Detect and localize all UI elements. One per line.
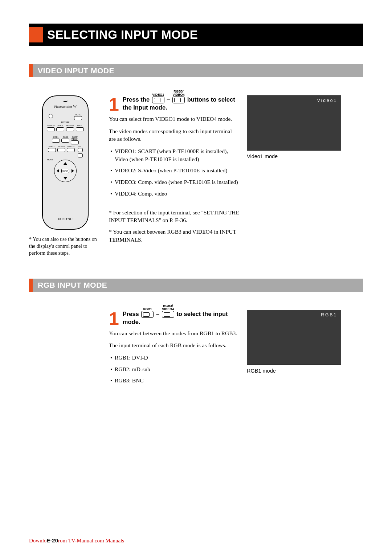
remote-footnote: * You can also use the buttons on the di… <box>29 236 102 257</box>
list-item: RGB3: BNC <box>110 377 240 385</box>
remote-illustration: Plasmavision W MUTE PICTURE DISPLAY MODE… <box>42 95 89 230</box>
section-heading-video-text: VIDEO INPUT MODE <box>38 66 114 75</box>
section-heading-video: VIDEO INPUT MODE <box>29 64 363 77</box>
power-icon <box>49 114 53 118</box>
screen-osd-text: Video1 <box>317 98 337 103</box>
screen-preview-video: Video1 <box>247 95 341 151</box>
step-heading-rgb: Press RGB1 – RGB3/ VIDEO4 to select the … <box>109 310 240 326</box>
rgb3-video4-key-icon <box>172 97 185 103</box>
list-item: VIDEO2: S-Video (when P-TE1010E is insta… <box>110 167 240 175</box>
manual-download-link[interactable]: DownloE-20rom TV-Manual.com Manuals <box>29 538 124 543</box>
remote-maker: FUJITSU <box>43 217 88 221</box>
page-title-bar: SELECTING INPUT MODE <box>29 24 363 46</box>
step-heading-video: Press the VIDEO1 – RGB3/ VIDEO4 buttons … <box>109 95 240 112</box>
step-number: 1 <box>109 95 119 114</box>
step-number: 1 <box>109 310 119 328</box>
screen-caption: Video1 mode <box>247 153 363 159</box>
page-footer: DownloE-20rom TV-Manual.com Manuals <box>29 537 124 544</box>
list-item: RGB2: mD-sub <box>110 365 240 373</box>
remote-brand: Plasmavision W <box>46 103 84 110</box>
list-item: VIDEO1: SCART (when P-TE1000E is install… <box>110 147 240 163</box>
picture-label: PICTURE <box>61 122 70 123</box>
screen-osd-text: RGB1 <box>321 312 337 317</box>
mute-button <box>74 116 82 120</box>
list-item: VIDEO3: Comp. video (when P-TE1010E is i… <box>110 178 240 186</box>
list-item: VIDEO4: Comp. video <box>110 190 240 198</box>
rgb3-video4-key-icon <box>162 311 174 318</box>
title-accent-block <box>29 27 43 42</box>
page-title: SELECTING INPUT MODE <box>47 28 198 42</box>
screen-preview-rgb: RGB1 <box>247 310 341 365</box>
footnote: For selection of the input terminal, see… <box>109 209 240 224</box>
footnote: You can select between RGB3 and VIDEO4 i… <box>109 228 240 243</box>
mute-label: MUTE <box>75 114 81 116</box>
section-heading-rgb-text: RGB INPUT MODE <box>38 281 107 289</box>
video-body-text: You can select from VIDEO1 mode to VIDEO… <box>109 115 240 243</box>
list-item: RGB1: DVI-D <box>110 354 240 362</box>
screen-caption: RGB1 mode <box>247 368 363 374</box>
section-heading-rgb: RGB INPUT MODE <box>29 279 363 292</box>
dpad: ENTER <box>54 160 77 182</box>
video1-key-icon <box>152 97 164 103</box>
page-number: E-20 <box>46 537 58 543</box>
rgb-body-text: You can select between the modes from RG… <box>109 329 240 385</box>
rgb1-key-icon <box>141 311 154 318</box>
